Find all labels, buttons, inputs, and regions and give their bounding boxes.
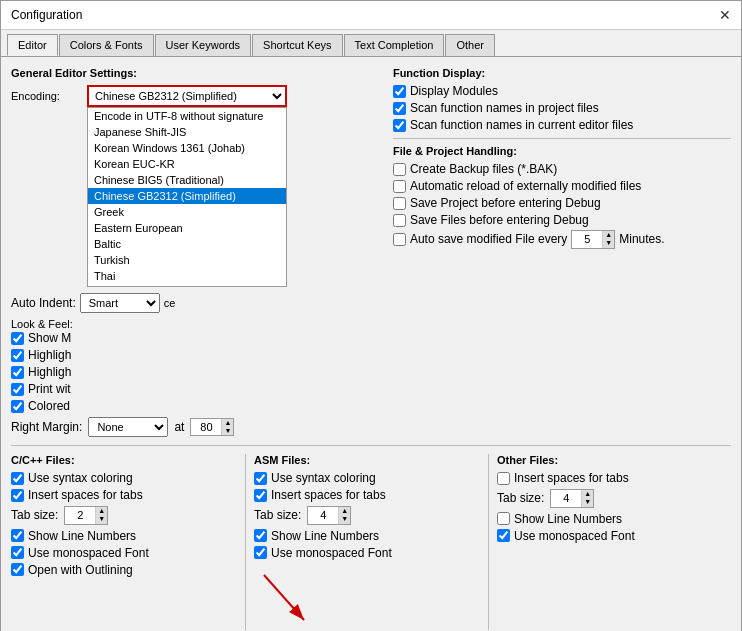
auto-save-up[interactable]: ▲ <box>602 231 614 239</box>
show-m-checkbox[interactable] <box>11 332 24 345</box>
highlight1-checkbox[interactable] <box>11 349 24 362</box>
file-project-title: File & Project Handling: <box>393 145 731 157</box>
asm-files-col: ASM Files: Use syntax coloring Insert sp… <box>246 454 489 630</box>
scan-project-checkbox[interactable] <box>393 102 406 115</box>
asm-spaces-checkbox[interactable] <box>254 489 267 502</box>
cc-syntax-checkbox[interactable] <box>11 472 24 485</box>
encoding-option-utf8[interactable]: Encode in UTF-8 without signature <box>88 108 286 124</box>
cc-syntax-label: Use syntax coloring <box>28 471 133 485</box>
file-project-section: File & Project Handling: Create Backup f… <box>393 138 731 249</box>
save-debug-label: Save Project before entering Debug <box>410 196 601 210</box>
tab-user-keywords[interactable]: User Keywords <box>155 34 252 56</box>
cc-spaces-checkbox[interactable] <box>11 489 24 502</box>
other-monospaced-checkbox[interactable] <box>497 529 510 542</box>
other-tab-down[interactable]: ▼ <box>581 498 593 506</box>
auto-save-down[interactable]: ▼ <box>602 239 614 247</box>
asm-tab-size-spinner: ▲ ▼ <box>307 506 351 525</box>
asm-line-numbers-checkbox[interactable] <box>254 529 267 542</box>
highlight1-row: Highligh <box>11 348 383 362</box>
cc-line-numbers-checkbox[interactable] <box>11 529 24 542</box>
save-debug-checkbox[interactable] <box>393 197 406 210</box>
auto-indent-select[interactable]: Smart None <box>80 293 160 313</box>
right-margin-select[interactable]: None Line <box>88 417 168 437</box>
highlight2-checkbox[interactable] <box>11 366 24 379</box>
cc-spaces-row: Insert spaces for tabs <box>11 488 237 502</box>
tab-shortcut-keys[interactable]: Shortcut Keys <box>252 34 342 56</box>
encoding-option-baltic[interactable]: Baltic <box>88 236 286 252</box>
function-display-section: Function Display: Display Modules Scan f… <box>393 67 731 441</box>
encoding-option-thai[interactable]: Thai <box>88 268 286 284</box>
cc-tab-up[interactable]: ▲ <box>95 507 107 515</box>
right-margin-value[interactable] <box>191 420 221 434</box>
at-label: at <box>174 420 184 434</box>
tab-other[interactable]: Other <box>445 34 495 56</box>
title-bar: Configuration ✕ <box>1 1 741 30</box>
auto-save-value[interactable] <box>572 232 602 246</box>
encoding-option-shift-jis[interactable]: Japanese Shift-JIS <box>88 124 286 140</box>
dialog-title: Configuration <box>11 8 82 22</box>
other-line-numbers-checkbox[interactable] <box>497 512 510 525</box>
other-spaces-checkbox[interactable] <box>497 472 510 485</box>
encoding-select[interactable]: Encode in UTF-8 without signature Japane… <box>87 85 287 107</box>
colored-label: Colored <box>28 399 70 413</box>
print-with-checkbox[interactable] <box>11 383 24 396</box>
asm-tab-up[interactable]: ▲ <box>338 507 350 515</box>
encoding-select-box: Encode in UTF-8 without signature Japane… <box>87 85 287 107</box>
cc-monospaced-checkbox[interactable] <box>11 546 24 559</box>
show-m-row: Show M <box>11 331 383 345</box>
spinner-down[interactable]: ▼ <box>221 427 233 435</box>
tab-colors-fonts[interactable]: Colors & Fonts <box>59 34 154 56</box>
other-tab-up[interactable]: ▲ <box>581 490 593 498</box>
backup-checkbox[interactable] <box>393 163 406 176</box>
show-m-label: Show M <box>28 331 71 345</box>
asm-line-numbers-row: Show Line Numbers <box>254 529 480 543</box>
other-tab-size-arrows: ▲ ▼ <box>581 490 593 507</box>
encoding-option-turkish[interactable]: Turkish <box>88 252 286 268</box>
asm-syntax-row: Use syntax coloring <box>254 471 480 485</box>
cc-tab-size-row: Tab size: ▲ ▼ <box>11 506 237 525</box>
encoding-option-eastern[interactable]: Eastern European <box>88 220 286 236</box>
auto-save-checkbox[interactable] <box>393 233 406 246</box>
encoding-option-korean-johab[interactable]: Korean Windows 1361 (Johab) <box>88 140 286 156</box>
asm-syntax-label: Use syntax coloring <box>271 471 376 485</box>
cc-tab-size-arrows: ▲ ▼ <box>95 507 107 524</box>
cc-outlining-row: Open with Outlining <box>11 563 237 577</box>
encoding-option-korean-euc[interactable]: Korean EUC-KR <box>88 156 286 172</box>
auto-reload-row: Automatic reload of externally modified … <box>393 179 731 193</box>
cc-tab-size-value[interactable] <box>65 508 95 522</box>
other-tab-size-value[interactable] <box>551 491 581 505</box>
auto-reload-label: Automatic reload of externally modified … <box>410 179 641 193</box>
bottom-files-section: C/C++ Files: Use syntax coloring Insert … <box>11 445 731 630</box>
encoding-option-greek[interactable]: Greek <box>88 204 286 220</box>
encoding-option-gb2312[interactable]: Chinese GB2312 (Simplified) <box>88 188 286 204</box>
spinner-up[interactable]: ▲ <box>221 419 233 427</box>
scan-project-label: Scan function names in project files <box>410 101 599 115</box>
cc-outlining-checkbox[interactable] <box>11 563 24 576</box>
encoding-label: Encoding: <box>11 90 81 102</box>
encoding-option-big5[interactable]: Chinese BIG5 (Traditional) <box>88 172 286 188</box>
asm-syntax-checkbox[interactable] <box>254 472 267 485</box>
asm-tab-size-value[interactable] <box>308 508 338 522</box>
minutes-label: Minutes. <box>619 232 664 246</box>
look-feel-section: Look & Feel: Show M Highligh Highligh <box>11 317 383 413</box>
look-feel-label: Look & Feel: <box>11 318 73 330</box>
cc-tab-down[interactable]: ▼ <box>95 515 107 523</box>
cc-spaces-label: Insert spaces for tabs <box>28 488 143 502</box>
auto-reload-checkbox[interactable] <box>393 180 406 193</box>
auto-save-label: Auto save modified File every <box>410 232 567 246</box>
encoding-option-vietnamese[interactable]: Vietnamese <box>88 284 286 287</box>
scan-editor-checkbox[interactable] <box>393 119 406 132</box>
tab-editor[interactable]: Editor <box>7 34 58 56</box>
cc-monospaced-row: Use monospaced Font <box>11 546 237 560</box>
asm-tab-size-arrows: ▲ ▼ <box>338 507 350 524</box>
asm-monospaced-checkbox[interactable] <box>254 546 267 559</box>
cc-files-title: C/C++ Files: <box>11 454 237 466</box>
other-tab-size-label: Tab size: <box>497 491 544 505</box>
colored-checkbox[interactable] <box>11 400 24 413</box>
close-button[interactable]: ✕ <box>719 7 731 23</box>
display-modules-checkbox[interactable] <box>393 85 406 98</box>
tab-text-completion[interactable]: Text Completion <box>344 34 445 56</box>
asm-tab-down[interactable]: ▼ <box>338 515 350 523</box>
save-files-checkbox[interactable] <box>393 214 406 227</box>
arrow-section <box>254 570 480 630</box>
